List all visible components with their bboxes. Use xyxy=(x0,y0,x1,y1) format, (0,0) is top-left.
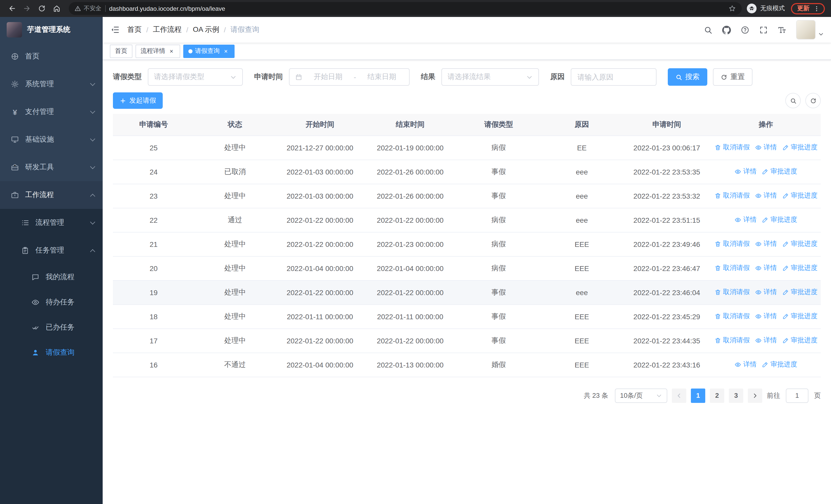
cell-id: 20 xyxy=(113,256,194,280)
fullscreen-icon xyxy=(759,25,768,34)
sidebar-item-process-mgmt[interactable]: 流程管理 xyxy=(0,209,103,237)
sidebar-item-done-tasks[interactable]: 已办任务 xyxy=(0,315,103,340)
result-select[interactable]: 请选择流结果 xyxy=(441,68,539,86)
progress-link[interactable]: 审批进度 xyxy=(782,239,818,249)
back-button[interactable] xyxy=(5,2,19,16)
reload-button[interactable] xyxy=(35,2,49,16)
result-placeholder: 请选择流结果 xyxy=(448,72,491,82)
cancel-leave-link[interactable]: 取消请假 xyxy=(714,143,750,152)
table-row: 20处理中2022-01-04 00:00:002022-01-04 00:00… xyxy=(113,256,821,280)
reset-button[interactable]: 重置 xyxy=(713,68,752,86)
tab-home[interactable]: 首页 xyxy=(110,45,133,58)
bookmark-star-button[interactable] xyxy=(728,5,736,12)
calendar-icon xyxy=(295,73,302,81)
cancel-leave-link[interactable]: 取消请假 xyxy=(714,312,750,321)
progress-link[interactable]: 审批进度 xyxy=(782,288,818,297)
sidebar-item-infra[interactable]: 基础设施 xyxy=(0,126,103,153)
apply-time-range-picker[interactable]: 开始日期 - 结束日期 xyxy=(289,68,409,86)
page-1-button[interactable]: 1 xyxy=(691,388,705,403)
page-2-button[interactable]: 2 xyxy=(710,388,724,403)
cell-start: 2022-01-22 00:00:00 xyxy=(276,328,364,353)
sidebar-item-home[interactable]: 首页 xyxy=(0,42,103,70)
progress-link[interactable]: 审批进度 xyxy=(762,215,797,225)
github-link[interactable] xyxy=(722,25,731,34)
sidebar-toggle[interactable] xyxy=(103,17,127,42)
cancel-leave-link[interactable]: 取消请假 xyxy=(714,239,750,249)
font-size-button[interactable] xyxy=(778,25,786,34)
detail-link[interactable]: 详情 xyxy=(755,191,777,200)
cancel-leave-link[interactable]: 取消请假 xyxy=(714,264,750,273)
header-search-button[interactable] xyxy=(704,25,712,34)
cell-end: 2022-01-26 00:00:00 xyxy=(364,159,456,184)
detail-link[interactable]: 详情 xyxy=(755,336,777,345)
detail-link[interactable]: 详情 xyxy=(755,288,777,297)
cancel-leave-link[interactable]: 取消请假 xyxy=(714,191,750,200)
end-date-placeholder: 结束日期 xyxy=(360,72,403,82)
progress-link[interactable]: 审批进度 xyxy=(782,191,818,200)
home-icon xyxy=(53,5,61,12)
cell-actions: 详情审批进度 xyxy=(711,353,821,377)
forward-button[interactable] xyxy=(20,2,34,16)
close-icon[interactable]: × xyxy=(168,48,175,55)
cancel-leave-link[interactable]: 取消请假 xyxy=(714,288,750,297)
tab-leave-query[interactable]: 请假查询 × xyxy=(183,45,235,58)
prev-page-button[interactable] xyxy=(672,388,686,403)
action-label: 详情 xyxy=(743,167,756,176)
goto-page-input[interactable] xyxy=(786,388,808,403)
tab-process-detail[interactable]: 流程详情 × xyxy=(136,45,180,58)
security-chip[interactable]: 不安全 xyxy=(75,5,102,12)
sidebar-item-todo-tasks[interactable]: 待办任务 xyxy=(0,290,103,315)
page-size-select[interactable]: 10条/页 xyxy=(615,388,667,403)
browser-update-menu-button[interactable]: 更新 xyxy=(791,3,825,14)
next-page-button[interactable] xyxy=(748,388,762,403)
detail-link[interactable]: 详情 xyxy=(735,215,756,225)
caret-down-icon xyxy=(818,31,824,37)
table-tools xyxy=(785,93,821,108)
sidebar-item-task-mgmt[interactable]: 任务管理 xyxy=(0,237,103,264)
progress-link[interactable]: 审批进度 xyxy=(762,167,797,176)
sidebar-item-system[interactable]: 系统管理 xyxy=(0,70,103,98)
table-row: 18处理中2022-01-11 00:00:002022-01-11 00:00… xyxy=(113,304,821,328)
home-button[interactable] xyxy=(50,2,64,16)
breadcrumb-home[interactable]: 首页 xyxy=(127,25,142,34)
progress-link[interactable]: 审批进度 xyxy=(782,264,818,273)
leave-type-select[interactable]: 请选择请假类型 xyxy=(148,68,243,86)
create-leave-button[interactable]: 发起请假 xyxy=(113,92,163,109)
detail-link[interactable]: 详情 xyxy=(755,239,777,249)
breadcrumb-oa-example[interactable]: OA 示例 xyxy=(193,25,220,34)
detail-link[interactable]: 详情 xyxy=(735,360,756,369)
detail-link[interactable]: 详情 xyxy=(755,143,777,152)
page-3-button[interactable]: 3 xyxy=(729,388,743,403)
fullscreen-button[interactable] xyxy=(759,25,768,34)
more-menu-icon xyxy=(813,5,820,12)
reason-input[interactable] xyxy=(571,68,657,86)
progress-link[interactable]: 审批进度 xyxy=(782,143,818,152)
user-menu[interactable] xyxy=(796,20,824,39)
detail-link[interactable]: 详情 xyxy=(755,264,777,273)
help-button[interactable] xyxy=(741,25,749,34)
toggle-search-button[interactable] xyxy=(785,93,801,108)
font-size-icon xyxy=(778,25,786,34)
detail-link[interactable]: 详情 xyxy=(755,312,777,321)
search-button[interactable]: 搜索 xyxy=(668,68,707,86)
trash-icon xyxy=(714,144,721,151)
cell-applied: 2022-01-22 23:53:35 xyxy=(623,159,711,184)
progress-link[interactable]: 审批进度 xyxy=(782,312,818,321)
dashboard-icon xyxy=(10,52,20,61)
action-label: 取消请假 xyxy=(723,288,750,297)
table-row: 19处理中2022-01-22 00:00:002022-01-22 00:00… xyxy=(113,280,821,304)
sidebar-item-my-process[interactable]: 我的流程 xyxy=(0,264,103,290)
progress-link[interactable]: 审批进度 xyxy=(782,336,818,345)
url-bar[interactable]: 不安全 dashboard.yudao.iocoder.cn/bpm/oa/le… xyxy=(69,2,742,15)
cancel-leave-link[interactable]: 取消请假 xyxy=(714,336,750,345)
refresh-table-button[interactable] xyxy=(805,93,821,108)
sidebar-item-workflow[interactable]: 工作流程 xyxy=(0,181,103,209)
sidebar-item-leave-query[interactable]: 请假查询 xyxy=(0,340,103,365)
app-logo-row[interactable]: 芋道管理系统 xyxy=(0,17,103,42)
sidebar-item-dev-tools[interactable]: 研发工具 xyxy=(0,153,103,181)
breadcrumb-workflow[interactable]: 工作流程 xyxy=(153,25,182,34)
close-icon[interactable]: × xyxy=(222,48,229,55)
sidebar-item-payment[interactable]: ¥ 支付管理 xyxy=(0,98,103,126)
detail-link[interactable]: 详情 xyxy=(735,167,756,176)
progress-link[interactable]: 审批进度 xyxy=(762,360,797,369)
